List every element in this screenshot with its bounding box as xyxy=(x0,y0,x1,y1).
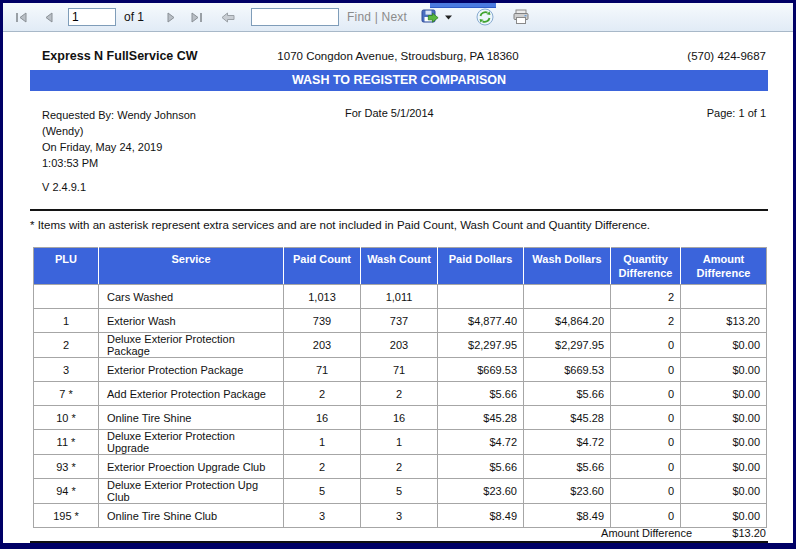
table-cell xyxy=(524,285,611,309)
next-page-icon xyxy=(166,12,176,23)
back-to-parent-button[interactable] xyxy=(219,10,237,25)
table-row: 195 *Online Tire Shine Club33$8.49$8.490… xyxy=(34,504,767,528)
table-cell: 2 xyxy=(361,382,438,406)
table-cell: 3 xyxy=(361,504,438,528)
table-cell: Exterior Protection Package xyxy=(99,358,284,382)
requested-by-block: Requested By: Wendy Johnson (Wendy) On F… xyxy=(42,107,196,171)
last-page-button[interactable] xyxy=(188,10,205,25)
table-cell: 0 xyxy=(611,455,681,479)
page-count-label: of 1 xyxy=(124,10,144,24)
column-header: Wash Dollars xyxy=(524,248,611,285)
page-number-input[interactable] xyxy=(68,8,116,26)
report-viewer-window: of 1 Find | Next xyxy=(0,0,796,549)
table-cell: $0.00 xyxy=(681,479,767,504)
table-cell: 0 xyxy=(611,479,681,504)
previous-page-button[interactable] xyxy=(42,10,56,25)
company-phone: (570) 424-9687 xyxy=(687,50,766,62)
table-cell xyxy=(34,285,99,309)
refresh-button[interactable] xyxy=(474,6,496,28)
table-cell: $5.66 xyxy=(438,382,524,406)
table-cell: 2 xyxy=(284,382,361,406)
table-row: 1Exterior Wash739737$4,877.40$4,864.202$… xyxy=(34,309,767,333)
table-cell: Add Exterior Protection Package xyxy=(99,382,284,406)
top-scrollbar-thumb[interactable] xyxy=(430,0,496,8)
table-cell: 203 xyxy=(361,333,438,358)
table-body: Cars Washed1,0131,01121Exterior Wash7397… xyxy=(34,285,767,528)
table-cell: 1,011 xyxy=(361,285,438,309)
table-cell: $23.60 xyxy=(438,479,524,504)
amount-difference-value: $13.20 xyxy=(732,527,766,539)
table-cell: $8.49 xyxy=(524,504,611,528)
requested-by-line: (Wendy) xyxy=(42,123,196,139)
table-cell: $2,297.95 xyxy=(524,333,611,358)
comparison-table: PLUServicePaid CountWash CountPaid Dolla… xyxy=(33,247,767,528)
table-cell: 11 * xyxy=(34,430,99,455)
table-cell: Online Tire Shine xyxy=(99,406,284,430)
export-button[interactable] xyxy=(419,7,454,27)
table-cell: $669.53 xyxy=(438,358,524,382)
table-cell: Deluxe Exterior Protection Upg Club xyxy=(99,479,284,504)
table-cell: Deluxe Exterior Protection Package xyxy=(99,333,284,358)
next-page-button[interactable] xyxy=(164,10,178,25)
table-row: 93 *Exterior Proection Upgrade Club22$5.… xyxy=(34,455,767,479)
bottom-rule xyxy=(30,541,768,543)
table-cell: $0.00 xyxy=(681,430,767,455)
table-cell: 737 xyxy=(361,309,438,333)
first-page-button[interactable] xyxy=(13,10,30,25)
print-icon xyxy=(512,9,530,25)
table-row: 10 *Online Tire Shine1616$45.28$45.280$0… xyxy=(34,406,767,430)
table-cell: 3 xyxy=(34,358,99,382)
table-cell: 5 xyxy=(284,479,361,504)
table-cell: Exterior Proection Upgrade Club xyxy=(99,455,284,479)
table-cell: $5.66 xyxy=(524,382,611,406)
table-row: 7 *Add Exterior Protection Package22$5.6… xyxy=(34,382,767,406)
table-cell: 0 xyxy=(611,382,681,406)
find-input[interactable] xyxy=(251,8,339,26)
table-cell: 2 xyxy=(34,333,99,358)
table-row: 94 *Deluxe Exterior Protection Upg Club5… xyxy=(34,479,767,504)
find-link[interactable]: Find xyxy=(347,10,371,24)
table-cell: Exterior Wash xyxy=(99,309,284,333)
page-indicator: Page: 1 of 1 xyxy=(707,107,766,119)
last-page-icon xyxy=(190,12,203,23)
table-cell: Deluxe Exterior Protection Upgrade xyxy=(99,430,284,455)
table-cell: $0.00 xyxy=(681,333,767,358)
table-cell: $4.72 xyxy=(438,430,524,455)
table-row: Cars Washed1,0131,0112 xyxy=(34,285,767,309)
table-cell: 16 xyxy=(361,406,438,430)
table-cell: $0.00 xyxy=(681,504,767,528)
table-head-row: PLUServicePaid CountWash CountPaid Dolla… xyxy=(34,248,767,285)
next-link[interactable]: Next xyxy=(382,10,407,24)
find-next-divider: | xyxy=(375,10,378,24)
column-header: Amount Difference xyxy=(681,248,767,285)
version-label: V 2.4.9.1 xyxy=(42,181,86,193)
amount-difference-label: Amount Difference xyxy=(601,527,692,539)
previous-page-icon xyxy=(44,12,54,23)
report-toolbar: of 1 Find | Next xyxy=(3,3,793,32)
table-row: 11 *Deluxe Exterior Protection Upgrade11… xyxy=(34,430,767,455)
table-cell xyxy=(681,285,767,309)
table-cell: $0.00 xyxy=(681,455,767,479)
table-cell: 0 xyxy=(611,504,681,528)
back-parent-icon xyxy=(221,12,235,23)
table-cell: 71 xyxy=(361,358,438,382)
table-cell: $8.49 xyxy=(438,504,524,528)
table-cell: 0 xyxy=(611,358,681,382)
export-icon xyxy=(421,9,441,25)
table-cell: 2 xyxy=(611,309,681,333)
column-header: Wash Count xyxy=(361,248,438,285)
table-cell: 1,013 xyxy=(284,285,361,309)
table-cell: 71 xyxy=(284,358,361,382)
table-cell: 0 xyxy=(611,430,681,455)
table-cell: 1 xyxy=(284,430,361,455)
for-date-label: For Date 5/1/2014 xyxy=(345,107,434,119)
table-cell: $45.28 xyxy=(438,406,524,430)
table-cell: 94 * xyxy=(34,479,99,504)
print-button[interactable] xyxy=(510,7,532,27)
table-cell: 3 xyxy=(284,504,361,528)
column-header: Paid Dollars xyxy=(438,248,524,285)
asterisk-note: * Items with an asterisk represent extra… xyxy=(30,219,650,231)
find-next-links: Find | Next xyxy=(347,10,407,24)
table-cell: $5.66 xyxy=(524,455,611,479)
refresh-icon xyxy=(476,8,494,26)
